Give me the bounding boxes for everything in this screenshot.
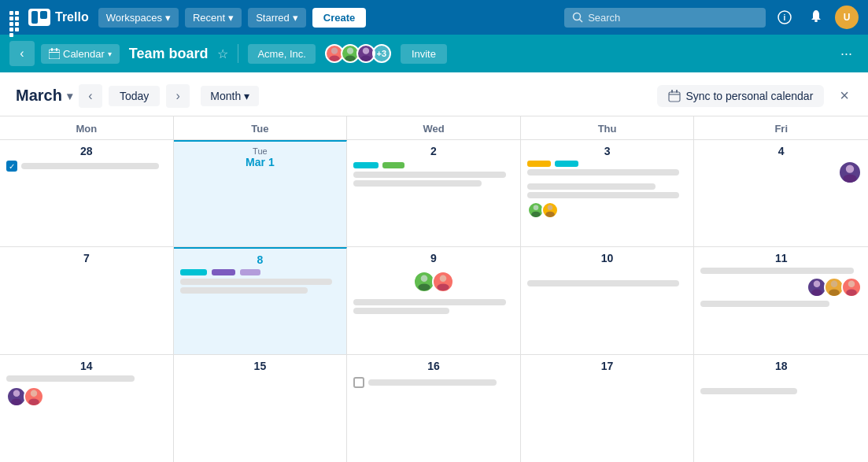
cal-cell-mar8[interactable]: 8 — [174, 247, 348, 354]
day-header-mon: Mon — [0, 116, 174, 139]
sync-icon — [668, 90, 681, 102]
next-month-button[interactable]: › — [166, 84, 190, 108]
day-header-tue: Tue — [174, 116, 348, 139]
month-title[interactable]: March ▾ — [16, 87, 72, 105]
svg-point-26 — [843, 175, 856, 183]
notifications-button[interactable] — [803, 5, 829, 30]
cal-cell-mar11[interactable]: 11 — [694, 247, 868, 354]
member-count-badge[interactable]: +3 — [372, 44, 391, 63]
create-button[interactable]: Create — [312, 8, 366, 28]
card-placeholder — [353, 308, 449, 314]
event-bar-green — [382, 162, 404, 168]
workspace-button[interactable]: Acme, Inc. — [248, 44, 315, 64]
star-button[interactable]: ☆ — [217, 46, 228, 61]
view-selector-button[interactable]: Calendar ▾ — [41, 44, 120, 64]
svg-rect-8 — [49, 52, 60, 53]
event-bar-purple — [212, 269, 235, 275]
date-label: Tue — [180, 146, 341, 156]
svg-rect-7 — [49, 50, 60, 59]
chevron-icon: ▾ — [293, 12, 298, 24]
card-avatars — [700, 161, 862, 184]
search-bar[interactable]: Search — [564, 8, 766, 28]
svg-point-35 — [848, 281, 855, 287]
sync-calendar-button[interactable]: Sync to personal calendar — [657, 85, 824, 107]
svg-point-16 — [360, 56, 371, 62]
date-number: 8 — [180, 253, 341, 266]
calendar-toolbar: March ▾ ‹ Today › Month ▾ Sync to person… — [0, 72, 868, 116]
prev-month-button[interactable]: ‹ — [79, 84, 102, 108]
svg-rect-0 — [31, 11, 38, 24]
starred-button[interactable]: Starred ▾ — [248, 8, 306, 28]
svg-point-38 — [11, 398, 22, 405]
svg-rect-19 — [671, 90, 673, 93]
card-placeholder — [353, 172, 505, 178]
day-header-wed: Wed — [347, 116, 521, 139]
svg-point-28 — [418, 284, 430, 291]
date-number: 16 — [353, 360, 514, 372]
cal-cell-mar1[interactable]: Tue Mar 1 — [174, 140, 348, 247]
cal-cell-mar10[interactable]: 10 — [521, 247, 695, 354]
card-placeholder — [180, 287, 308, 294]
svg-point-21 — [534, 205, 539, 210]
more-options-button[interactable]: ··· — [834, 42, 859, 66]
svg-point-31 — [814, 281, 820, 287]
avatar — [24, 386, 44, 407]
cal-cell-mar2[interactable]: 2 — [347, 140, 521, 247]
date-number: 4 — [700, 145, 862, 157]
card-avatars — [527, 201, 688, 219]
date-number: 17 — [527, 360, 688, 372]
event-bar-cyan — [353, 162, 379, 168]
calendar-day-headers: Mon Tue Wed Thu Fri — [0, 116, 868, 140]
date-number: 15 — [180, 360, 341, 372]
date-number: 18 — [700, 360, 862, 372]
cal-cell-mar3[interactable]: 3 — [521, 140, 695, 247]
cal-cell-mar15[interactable]: 15 — [174, 355, 348, 462]
cal-cell-mar17[interactable]: 17 — [521, 355, 695, 462]
workspaces-button[interactable]: Workspaces ▾ — [98, 8, 179, 28]
event-bar-yellow — [527, 161, 551, 167]
svg-point-36 — [846, 290, 857, 296]
today-button[interactable]: Today — [109, 86, 160, 106]
close-calendar-button[interactable]: × — [837, 83, 852, 108]
cal-cell-mar16[interactable]: 16 — [347, 355, 521, 462]
svg-rect-20 — [676, 90, 678, 93]
chevron-down-icon: ▾ — [67, 90, 72, 102]
cal-cell-mar7[interactable]: 7 — [0, 247, 174, 354]
date-number: 28 — [6, 145, 167, 157]
checkbox-empty — [353, 377, 364, 388]
user-avatar[interactable]: U — [835, 6, 859, 29]
svg-point-15 — [363, 48, 369, 54]
svg-point-24 — [545, 212, 554, 218]
recent-button[interactable]: Recent ▾ — [185, 8, 242, 28]
info-icon: i — [778, 10, 792, 24]
date-number: 9 — [353, 252, 514, 264]
sidebar-toggle-button[interactable]: ‹ — [9, 41, 35, 66]
svg-point-13 — [347, 48, 353, 54]
avatar — [841, 277, 862, 298]
calendar-container: March ▾ ‹ Today › Month ▾ Sync to person… — [0, 72, 868, 462]
svg-point-32 — [811, 290, 822, 296]
info-button[interactable]: i — [772, 5, 797, 30]
board-header: ‹ Calendar ▾ Team board ☆ Acme, Inc. +3 … — [0, 35, 868, 72]
invite-button[interactable]: Invite — [401, 44, 447, 64]
event-bar-lavender — [240, 269, 260, 275]
svg-rect-6 — [814, 20, 818, 22]
svg-point-25 — [846, 164, 854, 172]
svg-rect-17 — [669, 92, 680, 102]
month-view-button[interactable]: Month ▾ — [201, 86, 259, 106]
cal-cell-feb28[interactable]: 28 ✓ — [0, 140, 174, 247]
svg-line-3 — [580, 20, 583, 23]
cal-cell-mar4[interactable]: 4 — [694, 140, 868, 247]
cal-cell-mar14[interactable]: 14 — [0, 355, 174, 462]
card-placeholder — [353, 299, 505, 305]
cal-cell-mar18[interactable]: 18 — [694, 355, 868, 462]
trello-logo[interactable]: Trello — [28, 9, 89, 26]
divider — [238, 44, 238, 63]
event-bar-cyan — [555, 161, 578, 167]
cal-cell-mar9[interactable]: 9 — [347, 247, 521, 354]
day-header-fri: Fri — [694, 116, 868, 139]
card-placeholder — [353, 180, 482, 187]
grid-menu-icon[interactable] — [9, 11, 22, 24]
card-placeholder — [6, 375, 135, 382]
svg-point-2 — [574, 13, 581, 20]
